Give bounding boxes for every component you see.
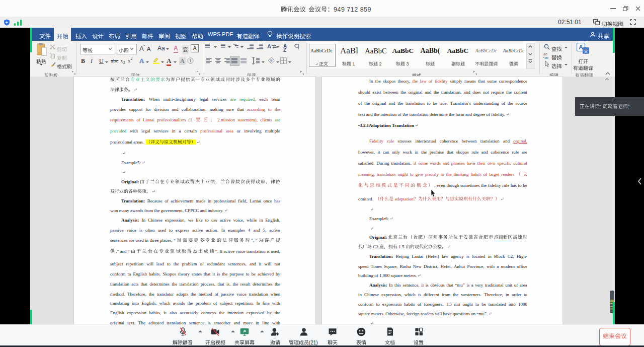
svg-text:A: A xyxy=(579,44,583,51)
svg-text:ac: ac xyxy=(545,56,549,59)
